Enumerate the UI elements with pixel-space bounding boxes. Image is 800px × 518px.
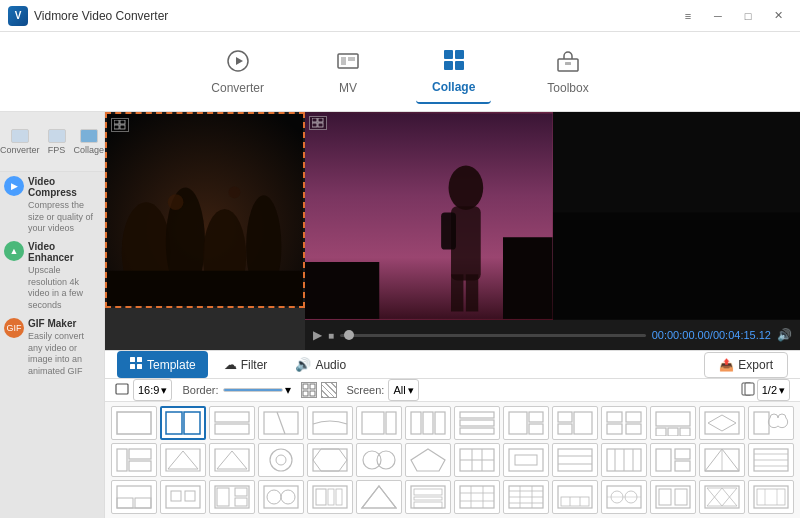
tmpl-r3-svg-14 xyxy=(752,484,790,510)
svg-rect-48 xyxy=(117,412,151,434)
page-icon xyxy=(741,382,755,396)
left-video-panel[interactable] xyxy=(105,112,305,308)
video-canvas: ▶ ■ 00:00:00.00/00:04:15.12 🔊 xyxy=(105,112,800,350)
template-r2-11[interactable] xyxy=(601,443,647,477)
template-r3-6[interactable] xyxy=(356,480,402,514)
grid-icon xyxy=(114,120,126,130)
audio-icon: 🔊 xyxy=(295,357,311,372)
svg-rect-70 xyxy=(607,412,622,422)
audio-tab[interactable]: 🔊 Audio xyxy=(283,352,358,377)
template-wide-l[interactable] xyxy=(356,406,402,440)
volume-button[interactable]: 🔊 xyxy=(777,328,792,342)
screen-select[interactable]: All ▾ xyxy=(388,379,418,401)
preview-left-video[interactable] xyxy=(305,112,553,320)
template-r3-8[interactable] xyxy=(454,480,500,514)
svg-rect-76 xyxy=(668,428,678,436)
template-r2-4[interactable] xyxy=(258,443,304,477)
stop-button[interactable]: ■ xyxy=(328,330,334,341)
nav-toolbox[interactable]: Toolbox xyxy=(531,41,604,103)
svg-rect-109 xyxy=(675,449,690,459)
template-r3-12[interactable] xyxy=(650,480,696,514)
export-outline-button[interactable]: 📤 Export xyxy=(704,352,788,378)
svg-rect-122 xyxy=(171,491,181,501)
svg-point-24 xyxy=(449,165,484,210)
template-complex1[interactable] xyxy=(650,406,696,440)
ratio-select[interactable]: 16:9 ▾ xyxy=(133,379,172,401)
template-r3-14[interactable] xyxy=(748,480,794,514)
progress-bar[interactable] xyxy=(340,334,646,337)
svg-rect-120 xyxy=(135,498,151,508)
template-heart[interactable] xyxy=(748,406,794,440)
template-r3-7[interactable] xyxy=(405,480,451,514)
template-r2-7[interactable] xyxy=(405,443,451,477)
mini-tab-collage[interactable]: Collage xyxy=(74,129,105,155)
template-2lr[interactable] xyxy=(552,406,598,440)
template-r2-3[interactable] xyxy=(209,443,255,477)
preview-right-video[interactable] xyxy=(553,112,801,320)
screen-chevron: ▾ xyxy=(408,384,414,397)
close-button[interactable]: ✕ xyxy=(764,6,792,26)
svg-rect-32 xyxy=(318,118,323,122)
nav-collage[interactable]: Collage xyxy=(416,40,491,104)
svg-rect-74 xyxy=(656,412,690,426)
template-3v[interactable] xyxy=(405,406,451,440)
template-r3-2[interactable] xyxy=(160,480,206,514)
template-r2-2[interactable] xyxy=(160,443,206,477)
mini-tab-fps[interactable]: FPS xyxy=(48,129,66,155)
maximize-button[interactable]: □ xyxy=(734,6,762,26)
template-r3-1[interactable] xyxy=(111,480,157,514)
template-r2-12[interactable] xyxy=(650,443,696,477)
tmpl-r2-svg-8 xyxy=(458,447,496,473)
svg-rect-38 xyxy=(137,357,142,362)
grid-layout-svg xyxy=(302,383,316,397)
mini-tab-fps-label: FPS xyxy=(48,145,66,155)
svg-rect-19 xyxy=(114,120,119,124)
template-2v[interactable] xyxy=(160,406,206,440)
template-4g[interactable] xyxy=(601,406,647,440)
tmpl-r2-svg-7 xyxy=(409,447,447,473)
template-r3-13[interactable] xyxy=(699,480,745,514)
nav-mv[interactable]: MV xyxy=(320,41,376,103)
mini-tab-converter[interactable]: Converter xyxy=(0,129,40,155)
minimize-button[interactable]: ─ xyxy=(704,6,732,26)
template-r3-4[interactable] xyxy=(258,480,304,514)
template-r2-1[interactable] xyxy=(111,443,157,477)
page-select[interactable]: 1/2 ▾ xyxy=(757,379,790,401)
options-bar: 16:9 ▾ Border: ▾ xyxy=(105,379,800,402)
template-single[interactable] xyxy=(111,406,157,440)
template-3h[interactable] xyxy=(454,406,500,440)
template-r2-5[interactable] xyxy=(307,443,353,477)
template-r3-9[interactable] xyxy=(503,480,549,514)
template-r3-5[interactable] xyxy=(307,480,353,514)
template-r3-10[interactable] xyxy=(552,480,598,514)
template-r3-3[interactable] xyxy=(209,480,255,514)
nav-converter[interactable]: Converter xyxy=(195,41,280,103)
tmpl-svg-4 xyxy=(262,410,300,436)
template-r2-13[interactable] xyxy=(699,443,745,477)
svg-rect-118 xyxy=(117,486,151,508)
template-2h[interactable] xyxy=(209,406,255,440)
template-r2-8[interactable] xyxy=(454,443,500,477)
svg-marker-86 xyxy=(215,449,249,471)
template-r2-9[interactable] xyxy=(503,443,549,477)
template-tab[interactable]: Template xyxy=(117,351,208,378)
border-control[interactable]: ▾ xyxy=(223,383,291,397)
grid-layout-icon[interactable] xyxy=(301,382,317,398)
filter-tab[interactable]: ☁ Filter xyxy=(212,352,280,377)
template-r2-6[interactable] xyxy=(356,443,402,477)
diagonal-layout-icon[interactable] xyxy=(321,382,337,398)
svg-marker-85 xyxy=(168,451,198,469)
template-r3-11[interactable] xyxy=(601,480,647,514)
template-l2r[interactable] xyxy=(503,406,549,440)
tmpl-r2-svg-9 xyxy=(507,447,545,473)
template-diag-l[interactable] xyxy=(258,406,304,440)
preview-controls: ▶ ■ 00:00:00.00/00:04:15.12 🔊 xyxy=(305,320,800,350)
menu-button[interactable]: ≡ xyxy=(674,6,702,26)
tmpl-svg-12 xyxy=(654,410,692,436)
template-curved[interactable] xyxy=(307,406,353,440)
tmpl-r3-svg-3 xyxy=(213,484,251,510)
template-r2-14[interactable] xyxy=(748,443,794,477)
template-r2-10[interactable] xyxy=(552,443,598,477)
template-arrow1[interactable] xyxy=(699,406,745,440)
play-button[interactable]: ▶ xyxy=(313,328,322,342)
